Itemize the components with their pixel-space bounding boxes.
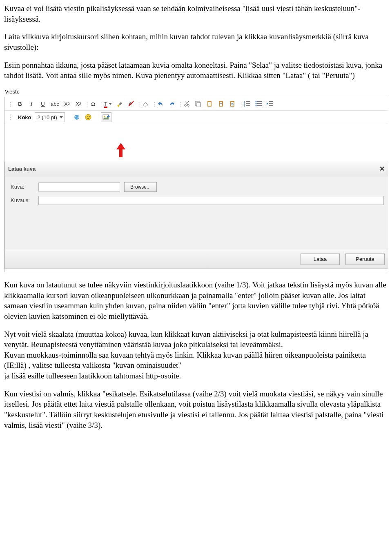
separator-icon: ⋮ xyxy=(137,100,140,108)
paragraph-2: Laita vilkkuva kirjoituskursori siihen k… xyxy=(4,31,388,52)
clipboard-word-icon: W xyxy=(229,100,236,107)
svg-point-30 xyxy=(85,114,91,120)
underline-button[interactable]: U xyxy=(38,99,48,109)
font-color-button[interactable]: T xyxy=(102,99,114,109)
upload-button[interactable]: Lataa xyxy=(301,254,340,265)
toolbar-row-1: ⋮ B I U abc X2 X2 ⋮ Ω ⋮ T A ⋮ xyxy=(4,97,388,111)
highlight-icon xyxy=(116,100,123,107)
subscript-button[interactable]: X2 xyxy=(62,99,72,109)
outdent-icon xyxy=(266,100,274,107)
svg-rect-28 xyxy=(269,105,273,106)
paste-text-button[interactable]: T xyxy=(216,99,226,109)
redo-button[interactable] xyxy=(167,99,177,109)
svg-point-2 xyxy=(185,105,187,107)
link-button[interactable] xyxy=(71,112,82,122)
bullet-list-button[interactable] xyxy=(253,99,264,109)
font-size-value: 2 (10 pt) xyxy=(38,114,57,121)
eraser-button[interactable] xyxy=(140,99,151,109)
svg-rect-5 xyxy=(197,102,200,107)
italic-button[interactable]: I xyxy=(26,99,37,109)
browse-button[interactable]: Browse... xyxy=(124,182,157,192)
editor-screenshot: Viesti: ⋮ B I U abc X2 X2 ⋮ Ω ⋮ T A ⋮ xyxy=(4,88,388,272)
toolbar-row-2: ⋮ Koko 2 (10 pt) xyxy=(4,111,388,124)
svg-rect-7 xyxy=(208,102,211,106)
font-size-select[interactable]: 2 (10 pt) xyxy=(35,112,65,122)
font-size-label: Koko xyxy=(18,114,31,121)
dialog-titlebar: Lataa kuva ✕ xyxy=(5,162,388,176)
undo-icon xyxy=(157,101,164,107)
cut-button[interactable] xyxy=(181,99,192,109)
svg-rect-23 xyxy=(257,103,262,104)
svg-point-22 xyxy=(255,103,256,105)
strikethrough-button[interactable]: abc xyxy=(49,99,61,109)
separator-icon: ⋮ xyxy=(178,100,180,108)
highlight-button[interactable] xyxy=(114,99,125,109)
image-path-input[interactable] xyxy=(38,182,120,191)
bullet-list-icon xyxy=(255,100,262,107)
svg-rect-26 xyxy=(269,101,273,102)
message-field-label: Viesti: xyxy=(5,88,388,96)
clipboard-text-icon: T xyxy=(218,100,224,107)
separator-icon: ⋮ xyxy=(238,100,241,108)
remove-format-icon: A xyxy=(128,100,134,107)
insert-image-button[interactable] xyxy=(101,112,111,122)
svg-point-20 xyxy=(255,101,256,102)
copy-button[interactable] xyxy=(193,99,203,109)
svg-rect-15 xyxy=(246,101,250,102)
dialog-footer: Lataa Peruuta xyxy=(5,250,388,268)
separator-icon: ⋮ xyxy=(99,100,102,108)
superscript-button[interactable]: X2 xyxy=(73,99,84,109)
svg-text:W: W xyxy=(231,102,234,106)
redo-icon xyxy=(169,101,175,107)
paragraph-6: Kun viestisi on valmis, klikkaa "esikats… xyxy=(4,389,388,431)
svg-rect-27 xyxy=(269,103,273,104)
svg-rect-19 xyxy=(246,105,250,106)
separator-icon: ⋮ xyxy=(85,100,87,108)
eraser-icon xyxy=(142,101,149,107)
link-icon xyxy=(73,114,80,120)
insert-image-icon xyxy=(102,114,110,120)
numbered-list-icon: 1 2 3 xyxy=(243,100,251,107)
undo-button[interactable] xyxy=(155,99,166,109)
svg-point-32 xyxy=(89,116,89,117)
emoji-button[interactable] xyxy=(83,112,94,122)
remove-format-button[interactable]: A xyxy=(126,99,136,109)
cancel-button[interactable]: Peruuta xyxy=(345,254,385,265)
toolbar-grip-icon: ⋮ xyxy=(5,100,14,108)
dialog-body: Kuva: Browse... Kuvaus: xyxy=(5,176,388,250)
svg-point-34 xyxy=(104,116,105,117)
red-arrow-indicator-icon xyxy=(115,143,127,158)
svg-point-29 xyxy=(74,115,79,120)
image-field-label: Kuva: xyxy=(11,183,34,191)
svg-point-24 xyxy=(255,105,256,107)
bold-button[interactable]: B xyxy=(15,99,25,109)
paste-button[interactable] xyxy=(204,99,215,109)
upload-image-dialog: Lataa kuva ✕ Kuva: Browse... Kuvaus: Lat… xyxy=(4,162,388,269)
paragraph-3: Esiin ponnahtaa ikkuna, josta pääset lat… xyxy=(4,60,388,81)
paragraph-1: Kuvaa ei voi lisätä viestin pikalisäykse… xyxy=(4,3,388,24)
editor-content-area[interactable] xyxy=(4,124,388,144)
numbered-list-button[interactable]: 1 2 3 xyxy=(242,99,252,109)
description-field-label: Kuvaus: xyxy=(11,197,34,204)
toolbar-grip-icon: ⋮ xyxy=(5,114,14,121)
editor-panel: ⋮ B I U abc X2 X2 ⋮ Ω ⋮ T A ⋮ xyxy=(4,97,388,272)
paragraph-4: Kun kuva on latautunut se tulee näkyviin… xyxy=(4,280,388,322)
chevron-down-icon xyxy=(60,116,63,118)
scissors-icon xyxy=(183,100,190,107)
image-description-input[interactable] xyxy=(38,196,384,205)
clipboard-icon xyxy=(206,100,213,107)
paste-word-button[interactable]: W xyxy=(227,99,238,109)
smiley-icon xyxy=(85,113,92,121)
svg-text:T: T xyxy=(220,102,222,106)
outdent-button[interactable] xyxy=(265,99,275,109)
svg-rect-25 xyxy=(257,105,262,106)
dialog-title: Lataa kuva xyxy=(8,165,36,173)
paragraph-5: Nyt voit vielä skaalata (muuttaa kokoa) … xyxy=(4,329,388,381)
close-icon[interactable]: ✕ xyxy=(379,165,385,174)
svg-point-3 xyxy=(187,105,189,107)
special-char-button[interactable]: Ω xyxy=(88,99,98,109)
svg-text:3: 3 xyxy=(244,105,245,107)
svg-rect-21 xyxy=(257,101,262,102)
svg-point-31 xyxy=(87,116,87,117)
copy-icon xyxy=(195,100,201,107)
